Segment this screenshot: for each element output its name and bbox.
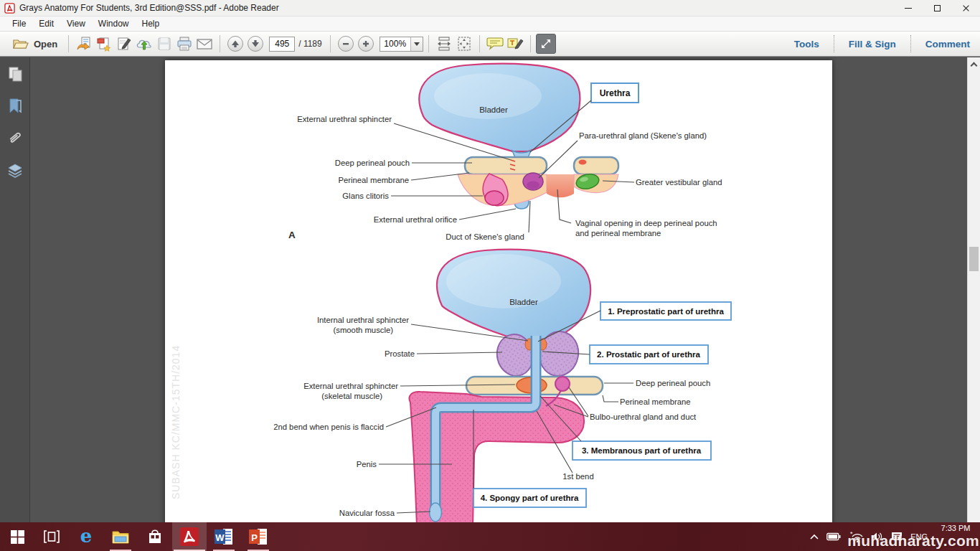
clock[interactable]: 7:33 PM <box>936 522 976 533</box>
figure-a-external-urethral-orifice-label: External urethral orifice <box>374 215 457 224</box>
bookmarks-icon <box>7 98 23 115</box>
language-indicator[interactable]: ENG <box>910 532 928 541</box>
svg-text:W: W <box>215 532 225 543</box>
taskbar-word-button[interactable]: W <box>207 522 241 551</box>
file-explorer-icon <box>112 529 129 544</box>
minimize-button[interactable] <box>894 0 923 16</box>
task-view-icon <box>44 530 60 543</box>
figure-a-para-urethral-gland-label: Para-urethral gland (Skene's gland) <box>579 131 707 140</box>
figure-b-first-bend-label: 1st bend <box>562 472 593 481</box>
attachments-button[interactable] <box>6 129 24 148</box>
figure-a-external-urethral-sphincter-label: External urethral sphincter <box>297 115 392 123</box>
fill-sign-tools-icon <box>507 37 524 51</box>
maximize-button[interactable] <box>923 0 951 16</box>
figure-b-penis-label: Penis <box>357 460 377 468</box>
menu-file[interactable]: File <box>6 17 32 30</box>
close-button[interactable] <box>951 0 980 16</box>
next-page-icon <box>251 39 260 48</box>
taskbar-edge-button[interactable]: e <box>69 522 103 551</box>
windows-start-icon <box>11 530 24 544</box>
taskbar-store-button[interactable] <box>138 522 172 551</box>
figure-a-deep-perineal-pouch-left <box>465 157 547 174</box>
fit-page-button[interactable] <box>454 34 474 54</box>
page-thumbnails-button[interactable] <box>6 65 24 83</box>
navigation-pane <box>0 57 30 522</box>
powerpoint-icon: P <box>249 528 268 545</box>
create-pdf-button[interactable] <box>94 34 114 54</box>
open-folder-icon <box>13 37 29 50</box>
menu-edit[interactable]: Edit <box>32 17 60 30</box>
print-button[interactable] <box>174 34 194 54</box>
previous-page-button[interactable] <box>225 34 245 54</box>
open-button[interactable]: Open <box>7 34 63 54</box>
create-pdf-icon <box>96 36 112 52</box>
figure-a-deep-perineal-pouch-right <box>574 157 618 174</box>
figure-b: 1. Preprostatic part of urethra 2. Prost… <box>273 250 731 522</box>
tab-separator <box>834 35 834 52</box>
toolbar-separator <box>530 35 531 52</box>
toolbar: Open 495 / 1189 100% Tools Fill & Sign C… <box>0 32 980 57</box>
figure-a-greater-vestibular-gland-label: Greater vestibular gland <box>636 178 722 187</box>
tab-comment[interactable]: Comment <box>923 39 973 50</box>
comment-bubble-button[interactable] <box>485 34 505 54</box>
fit-width-button[interactable] <box>434 34 454 54</box>
page-number-input[interactable]: 495 <box>269 37 295 52</box>
email-icon <box>196 37 213 50</box>
menu-view[interactable]: View <box>60 17 92 30</box>
figure-a-vaginal-opening-area <box>547 174 574 197</box>
svg-text:e: e <box>80 527 93 546</box>
vertical-scrollbar[interactable] <box>967 57 980 522</box>
volume-icon[interactable] <box>871 532 883 542</box>
menu-help[interactable]: Help <box>136 17 166 30</box>
task-view-button[interactable] <box>34 522 69 551</box>
page-watermark: SUBASH KC/MMC-15TH/2014 <box>170 345 182 499</box>
figure-a-perineal-membrane-label: Perineal membrane <box>338 176 409 184</box>
open-label: Open <box>34 39 57 50</box>
taskbar-adobe-reader-button[interactable] <box>172 522 207 551</box>
figure-b-bulbo-urethral-gland <box>555 377 570 391</box>
tab-fill-sign[interactable]: Fill & Sign <box>846 39 899 50</box>
menu-window[interactable]: Window <box>92 17 136 30</box>
action-center-icon[interactable] <box>891 532 903 542</box>
email-button[interactable] <box>194 34 215 54</box>
send-file-button[interactable] <box>74 34 94 54</box>
figure-b-perineal-membrane-label: Perineal membrane <box>620 397 691 406</box>
scrollbar-thumb[interactable] <box>969 247 979 271</box>
wifi-icon[interactable]: * <box>849 532 863 542</box>
figure-a-panel-letter: A <box>288 230 296 240</box>
layers-button[interactable] <box>6 161 24 180</box>
page-thumbnails-icon <box>6 65 24 83</box>
fill-sign-tools-button[interactable] <box>505 34 525 54</box>
save-button[interactable] <box>154 34 174 54</box>
chevron-up-icon <box>971 62 978 70</box>
start-button[interactable] <box>0 522 34 551</box>
figure-a-bladder-label: Bladder <box>479 105 508 114</box>
toolbar-separator <box>479 35 480 52</box>
figure-b-external-sphincter-label-line2: (skeletal muscle) <box>321 392 382 400</box>
figure-b-bulbo-urethral-label: Bulbo-urethral gland and duct <box>590 413 697 421</box>
taskbar-powerpoint-button[interactable]: P <box>241 522 275 551</box>
zoom-dropdown-button[interactable] <box>410 37 423 51</box>
figure-b-box4-label: 4. Spongy part of urethra <box>481 494 579 502</box>
taskbar-file-explorer-button[interactable] <box>103 522 138 551</box>
zoom-level-control[interactable]: 100% <box>380 37 423 52</box>
tray-chevron-up-icon[interactable] <box>810 534 819 540</box>
scrollbar-up-button[interactable] <box>968 60 980 70</box>
figure-b-external-sphincter-label-line1: External urethral sphincter <box>303 382 398 390</box>
toolbar-separator <box>220 35 220 52</box>
adobe-pdf-icon <box>4 3 15 14</box>
next-page-button[interactable] <box>245 34 265 54</box>
zoom-in-button[interactable] <box>356 34 376 54</box>
figure-a-vaginal-opening-label-line2: and perineal membrane <box>575 229 661 237</box>
bookmarks-button[interactable] <box>6 97 24 116</box>
previous-page-icon <box>231 39 240 48</box>
system-tray: * ENG 7:33 PM <box>810 522 980 551</box>
sign-document-button[interactable] <box>114 34 134 54</box>
document-canvas[interactable]: SUBASH KC/MMC-15TH/2014 <box>30 57 967 522</box>
zoom-out-button[interactable] <box>336 34 356 54</box>
layers-icon <box>6 162 24 179</box>
battery-icon[interactable] <box>826 532 841 541</box>
tab-tools[interactable]: Tools <box>791 39 822 50</box>
fullscreen-button[interactable] <box>536 34 556 54</box>
cloud-upload-button[interactable] <box>134 34 154 54</box>
